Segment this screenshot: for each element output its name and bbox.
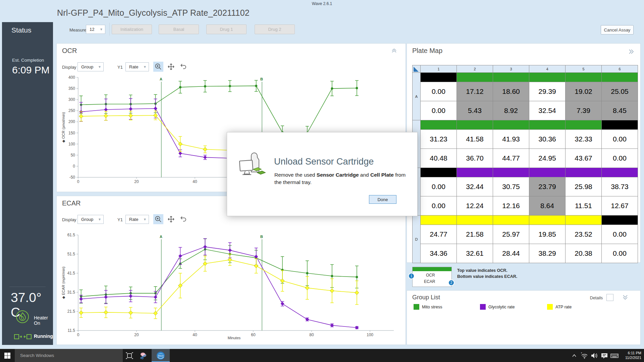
well-ecar-value[interactable]: 32.61: [457, 244, 493, 263]
well-ocr-value[interactable]: 30.75: [493, 177, 529, 196]
well-ecar-value[interactable]: 7.39: [566, 101, 602, 120]
well-group-strip[interactable]: [493, 168, 529, 177]
plate-column-header[interactable]: 2: [457, 65, 493, 73]
well-ecar-value[interactable]: 44.77: [493, 149, 529, 168]
well-group-strip[interactable]: [421, 216, 457, 225]
zoom-in-tool-button[interactable]: [153, 214, 163, 224]
well-ecar-value[interactable]: 8.92: [493, 101, 529, 120]
well-ecar-value[interactable]: 0.00: [602, 244, 638, 263]
pan-tool-button[interactable]: [166, 62, 176, 72]
group-list-item[interactable]: ATP rate: [547, 304, 572, 310]
chevron-double-down-icon[interactable]: [622, 295, 628, 301]
well-ecar-value[interactable]: 8.45: [602, 101, 638, 120]
plate-column-header[interactable]: 6: [602, 65, 638, 73]
expand-panel-icon[interactable]: [628, 49, 634, 56]
well-ocr-value[interactable]: 0.00: [421, 177, 457, 196]
well-group-strip[interactable]: [566, 168, 602, 177]
well-ocr-value[interactable]: 18.60: [493, 82, 529, 101]
well-ecar-value[interactable]: 0.00: [421, 196, 457, 216]
well-group-strip[interactable]: [421, 168, 457, 177]
ecar-chart[interactable]: 11.521.531.541.551.561.5020406080100◆ EC…: [57, 196, 406, 345]
well-ocr-value[interactable]: 25.98: [566, 177, 602, 196]
start-button[interactable]: [0, 349, 15, 362]
plate-column-header[interactable]: 4: [529, 65, 566, 73]
plate-column-header[interactable]: 1: [421, 65, 457, 73]
y1-dropdown[interactable]: Rate ▼: [125, 62, 149, 71]
well-ocr-value[interactable]: 19.85: [529, 225, 566, 244]
well-ocr-value[interactable]: 24.77: [421, 225, 457, 244]
well-ecar-value[interactable]: 8.64: [529, 196, 566, 216]
well-group-strip[interactable]: [457, 120, 493, 130]
well-ocr-value[interactable]: 38.73: [602, 177, 638, 196]
undo-zoom-button[interactable]: [178, 62, 188, 72]
well-ocr-value[interactable]: 29.39: [529, 82, 566, 101]
well-group-strip[interactable]: [529, 73, 566, 82]
well-ocr-value[interactable]: 0.00: [602, 130, 638, 149]
well-ecar-value[interactable]: 32.54: [529, 101, 566, 120]
plate-select-all-corner[interactable]: [413, 65, 421, 73]
well-group-strip[interactable]: [602, 120, 638, 130]
y1-dropdown[interactable]: Rate ▼: [125, 215, 149, 224]
well-ocr-value[interactable]: 41.58: [457, 130, 493, 149]
well-ecar-value[interactable]: 12.67: [602, 196, 638, 216]
well-ecar-value[interactable]: 20.38: [566, 244, 602, 263]
pan-tool-button[interactable]: [166, 214, 176, 224]
well-group-strip[interactable]: [566, 120, 602, 130]
well-ocr-value[interactable]: 31.23: [421, 130, 457, 149]
well-group-strip[interactable]: [457, 168, 493, 177]
well-group-strip[interactable]: [529, 216, 566, 225]
undo-zoom-button[interactable]: [178, 214, 188, 224]
well-ocr-value[interactable]: 0.00: [421, 82, 457, 101]
wave-app-taskbar-icon[interactable]: Wave: [152, 349, 170, 362]
touch-keyboard-icon[interactable]: [608, 349, 621, 362]
well-ecar-value[interactable]: 34.36: [421, 244, 457, 263]
cancel-assay-button[interactable]: Cancel Assay: [601, 25, 634, 35]
display-dropdown[interactable]: Group ▼: [77, 62, 104, 71]
well-ocr-value[interactable]: 25.97: [493, 225, 529, 244]
well-ocr-value[interactable]: 25.05: [602, 82, 638, 101]
search-input[interactable]: Search Windows: [15, 349, 123, 362]
details-checkbox[interactable]: [606, 294, 613, 301]
group-list-item[interactable]: Mito stress: [414, 304, 442, 310]
phase-button-drug2[interactable]: Drug 2: [255, 24, 295, 34]
plate-column-header[interactable]: 3: [493, 65, 529, 73]
well-ecar-value[interactable]: 12.16: [493, 196, 529, 216]
well-ocr-value[interactable]: 21.58: [457, 225, 493, 244]
display-dropdown[interactable]: Group ▼: [77, 215, 104, 224]
plate-row-label[interactable]: D: [413, 216, 421, 263]
zoom-in-tool-button[interactable]: [153, 62, 163, 72]
well-group-strip[interactable]: [457, 73, 493, 82]
well-ecar-value[interactable]: 40.48: [421, 149, 457, 168]
well-ocr-value[interactable]: 19.02: [566, 82, 602, 101]
well-group-strip[interactable]: [602, 168, 638, 177]
well-ecar-value[interactable]: 38.29: [529, 244, 566, 263]
well-ocr-value[interactable]: 30.36: [529, 130, 566, 149]
well-group-strip[interactable]: [566, 216, 602, 225]
well-ecar-value[interactable]: 0.00: [421, 101, 457, 120]
phase-button-basal[interactable]: Basal: [159, 24, 199, 34]
well-group-strip[interactable]: [493, 216, 529, 225]
collapse-panel-icon[interactable]: [391, 48, 397, 54]
plate-column-header[interactable]: 5: [566, 65, 602, 73]
task-view-icon[interactable]: [123, 349, 136, 362]
well-ecar-value[interactable]: 36.70: [457, 149, 493, 168]
well-ocr-value[interactable]: 0.00: [602, 225, 638, 244]
well-ecar-value[interactable]: 43.67: [566, 149, 602, 168]
group-list-item[interactable]: Glycolytic rate: [480, 304, 515, 310]
well-group-strip[interactable]: [602, 216, 638, 225]
phase-button-initialization[interactable]: Initialization: [112, 24, 152, 34]
well-ecar-value[interactable]: 11.51: [566, 196, 602, 216]
well-group-strip[interactable]: [566, 73, 602, 82]
well-ecar-value[interactable]: 12.24: [457, 196, 493, 216]
well-ecar-value[interactable]: 24.95: [529, 149, 566, 168]
well-group-strip[interactable]: [529, 168, 566, 177]
well-group-strip[interactable]: [421, 120, 457, 130]
plate-row-label[interactable]: A: [413, 73, 421, 120]
well-ecar-value[interactable]: 0.00: [602, 149, 638, 168]
snipping-tool-icon[interactable]: [137, 349, 150, 362]
well-group-strip[interactable]: [493, 73, 529, 82]
taskbar-clock[interactable]: 6:11 PM 11/2/2021: [625, 351, 641, 360]
well-ecar-value[interactable]: 28.44: [493, 244, 529, 263]
well-ocr-value[interactable]: 23.79: [529, 177, 566, 196]
well-group-strip[interactable]: [493, 120, 529, 130]
